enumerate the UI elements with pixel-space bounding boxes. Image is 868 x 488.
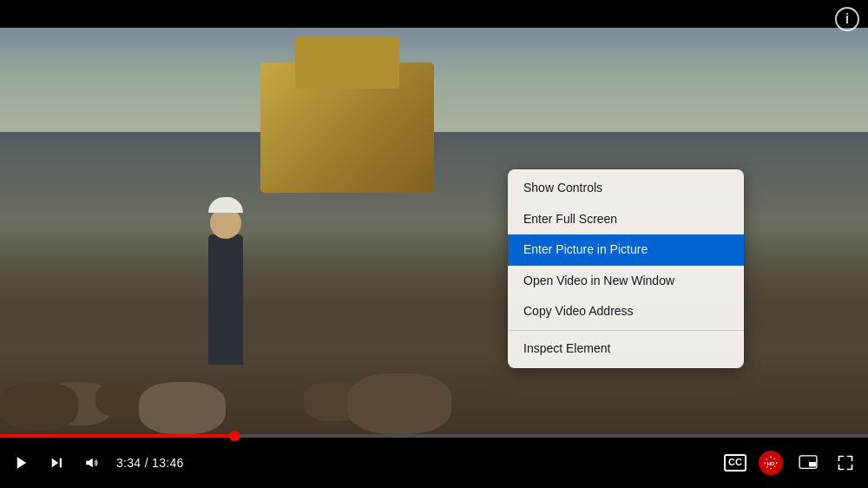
play-button[interactable] [10, 452, 33, 474]
cc-button[interactable]: CC [724, 454, 746, 471]
context-menu-copy-video-address[interactable]: Copy Video Address [508, 296, 744, 327]
time-separator: / [145, 456, 152, 470]
pip-icon [799, 455, 818, 471]
volume-button[interactable] [80, 452, 104, 474]
info-icon: i [845, 11, 849, 27]
svg-rect-8 [809, 462, 816, 466]
scene-machinery [260, 63, 434, 193]
next-icon [49, 455, 64, 471]
svg-text:HD: HD [767, 461, 775, 466]
next-button[interactable] [45, 452, 68, 474]
context-menu-enter-fullscreen[interactable]: Enter Full Screen [508, 204, 744, 235]
fullscreen-icon [837, 454, 854, 472]
rock [139, 382, 226, 434]
video-player: i Show Controls Enter Full Screen Enter … [0, 0, 868, 488]
hd-quality-button[interactable]: HD [759, 451, 783, 475]
svg-rect-2 [60, 458, 62, 468]
context-menu-show-controls[interactable]: Show Controls [508, 173, 744, 204]
svg-marker-0 [17, 457, 27, 469]
progress-fill [0, 434, 234, 438]
progress-bar[interactable] [0, 434, 868, 438]
total-time: 13:46 [152, 456, 184, 470]
context-menu-separator [508, 330, 744, 331]
info-button[interactable]: i [835, 7, 859, 31]
time-display: 3:34 / 13:46 [116, 456, 184, 470]
settings-gear-icon: HD [759, 451, 783, 475]
controls-bar: 3:34 / 13:46 CC [0, 434, 868, 488]
current-time: 3:34 [116, 456, 141, 470]
context-menu: Show Controls Enter Full Screen Enter Pi… [508, 169, 744, 368]
pip-button[interactable] [795, 452, 821, 474]
fullscreen-button[interactable] [833, 451, 858, 475]
figure-head [210, 208, 241, 239]
svg-marker-1 [52, 458, 59, 468]
controls-row: 3:34 / 13:46 CC [0, 438, 868, 488]
play-icon [14, 455, 30, 471]
context-menu-inspect-element[interactable]: Inspect Element [508, 333, 744, 365]
context-menu-open-new-window[interactable]: Open Video in New Window [508, 266, 744, 297]
svg-marker-3 [86, 458, 93, 468]
volume-icon [83, 455, 101, 471]
rock [0, 382, 78, 430]
hd-badge-inner: HD [759, 451, 783, 475]
context-menu-enter-pip[interactable]: Enter Picture in Picture [508, 234, 744, 266]
black-bar-top [0, 0, 868, 28]
rock [347, 373, 451, 434]
scene-sky [0, 28, 868, 132]
progress-dot [229, 431, 240, 441]
